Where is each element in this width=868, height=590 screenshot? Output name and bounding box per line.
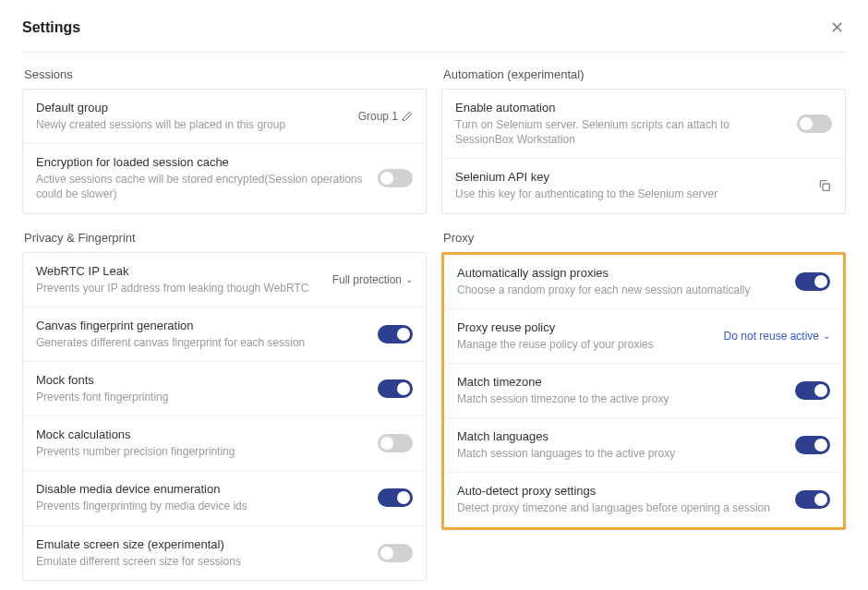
media-enum-label: Disable media device enumeration: [36, 482, 368, 496]
canvas-label: Canvas fingerprint generation: [36, 319, 368, 332]
match-tz-toggle[interactable]: [795, 381, 830, 400]
row-default-group: Default group Newly created sessions wil…: [23, 90, 426, 144]
mock-calc-desc: Prevents number precision fingerprinting: [36, 444, 368, 459]
auto-assign-toggle[interactable]: [795, 272, 830, 291]
screen-size-label: Emulate screen size (experimental): [36, 537, 368, 551]
row-api-key: Selenium API key Use this key for authen…: [442, 159, 845, 212]
section-title-privacy: Privacy & Fingerprint: [22, 231, 427, 245]
default-group-desc: Newly created sessions will be placed in…: [36, 117, 349, 132]
row-mock-fonts: Mock fonts Prevents font fingerprinting: [23, 362, 426, 416]
auto-assign-desc: Choose a random proxy for each new sessi…: [457, 283, 786, 297]
section-sessions: Sessions Default group Newly created ses…: [22, 67, 427, 214]
row-canvas: Canvas fingerprint generation Generates …: [23, 307, 426, 362]
dialog-header: Settings ✕: [22, 18, 846, 53]
match-lang-desc: Match session languages to the active pr…: [457, 446, 786, 461]
media-enum-toggle[interactable]: [378, 488, 413, 507]
webrtc-label: WebRTC IP Leak: [36, 264, 323, 278]
row-enable-automation: Enable automation Turn on Selenium serve…: [442, 90, 845, 159]
screen-size-toggle[interactable]: [378, 544, 413, 562]
mock-fonts-desc: Prevents font fingerprinting: [36, 390, 368, 404]
auto-assign-label: Automatically assign proxies: [457, 266, 786, 280]
webrtc-desc: Prevents your IP address from leaking th…: [36, 281, 323, 295]
row-match-lang: Match languages Match session languages …: [444, 418, 843, 473]
mock-calc-toggle[interactable]: [378, 434, 413, 452]
svg-rect-0: [823, 184, 829, 190]
row-auto-detect: Auto-detect proxy settings Detect proxy …: [444, 473, 843, 526]
mock-fonts-toggle[interactable]: [378, 379, 413, 398]
chevron-down-icon: ⌄: [405, 274, 413, 284]
canvas-desc: Generates different canvas fingerprint f…: [36, 335, 368, 350]
close-icon: ✕: [830, 18, 844, 38]
encryption-toggle[interactable]: [378, 169, 413, 187]
auto-detect-toggle[interactable]: [795, 490, 830, 509]
media-enum-desc: Prevents fingerprinting by media device …: [36, 499, 368, 513]
section-title-proxy: Proxy: [441, 231, 846, 245]
match-tz-desc: Match session timezone to the active pro…: [457, 391, 786, 406]
encryption-desc: Active sessions cache will be stored enc…: [36, 172, 368, 201]
close-button[interactable]: ✕: [827, 18, 846, 37]
section-privacy: Privacy & Fingerprint WebRTC IP Leak Pre…: [22, 231, 427, 581]
auto-detect-desc: Detect proxy timezone and languages befo…: [457, 500, 786, 515]
enable-automation-label: Enable automation: [455, 101, 788, 114]
row-auto-assign: Automatically assign proxies Choose a ra…: [444, 255, 843, 309]
reuse-policy-dropdown[interactable]: Do not reuse active ⌄: [724, 330, 830, 343]
page-title: Settings: [22, 19, 80, 36]
edit-icon: [402, 111, 413, 122]
row-encryption: Encryption for loaded session cache Acti…: [23, 144, 426, 212]
match-tz-label: Match timezone: [457, 375, 786, 389]
row-reuse-policy: Proxy reuse policy Manage the reuse poli…: [444, 309, 843, 364]
auto-detect-label: Auto-detect proxy settings: [457, 484, 786, 498]
row-match-tz: Match timezone Match session timezone to…: [444, 364, 843, 418]
row-mock-calc: Mock calculations Prevents number precis…: [23, 416, 426, 471]
mock-calc-label: Mock calculations: [36, 427, 368, 441]
match-lang-label: Match languages: [457, 429, 786, 443]
default-group-value[interactable]: Group 1: [358, 110, 413, 123]
row-media-enum: Disable media device enumeration Prevent…: [23, 471, 426, 525]
api-key-desc: Use this key for authenticating to the S…: [455, 187, 808, 201]
section-proxy: Proxy Automatically assign proxies Choos…: [441, 231, 846, 530]
chevron-down-icon: ⌄: [823, 331, 830, 341]
row-webrtc: WebRTC IP Leak Prevents your IP address …: [23, 253, 426, 307]
webrtc-dropdown[interactable]: Full protection ⌄: [332, 273, 413, 286]
canvas-toggle[interactable]: [378, 325, 413, 343]
mock-fonts-label: Mock fonts: [36, 373, 368, 387]
encryption-label: Encryption for loaded session cache: [36, 155, 368, 169]
copy-icon[interactable]: [817, 178, 832, 193]
section-automation: Automation (experimental) Enable automat…: [441, 67, 846, 214]
reuse-policy-label: Proxy reuse policy: [457, 320, 715, 334]
reuse-policy-desc: Manage the reuse policy of your proxies: [457, 337, 715, 352]
default-group-label: Default group: [36, 101, 349, 114]
section-title-sessions: Sessions: [22, 67, 427, 81]
row-screen-size: Emulate screen size (experimental) Emula…: [23, 526, 426, 580]
enable-automation-desc: Turn on Selenium server. Selenium script…: [455, 117, 788, 147]
api-key-label: Selenium API key: [455, 170, 808, 184]
enable-automation-toggle[interactable]: [797, 114, 832, 133]
section-title-automation: Automation (experimental): [441, 67, 846, 81]
match-lang-toggle[interactable]: [795, 436, 830, 454]
screen-size-desc: Emulate different screen size for sessio…: [36, 554, 368, 569]
